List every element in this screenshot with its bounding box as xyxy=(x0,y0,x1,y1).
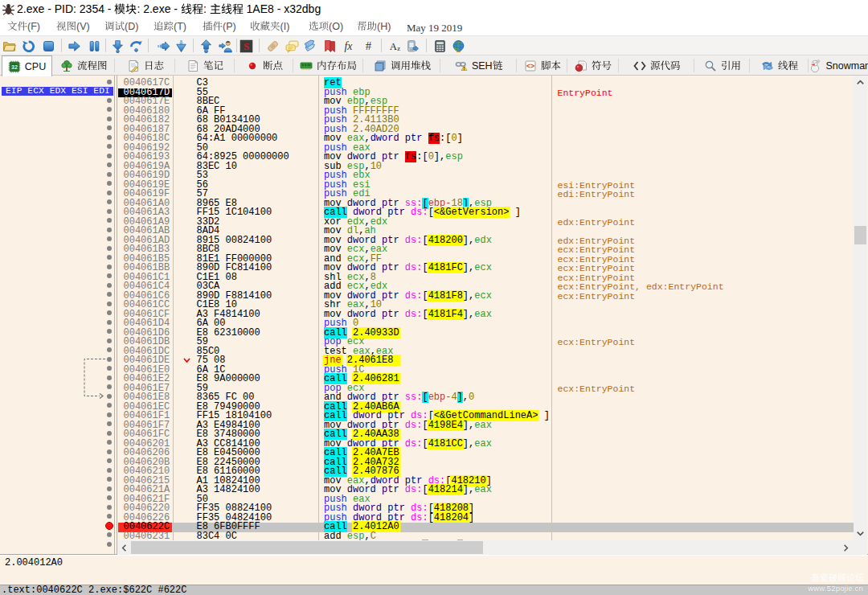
disasm-rows: 0040617CC3ret0040617D55push ebpEntryPoin… xyxy=(0,77,854,540)
symbols-icon xyxy=(575,60,588,72)
disasm-row-004061A3[interactable]: 004061A3FF15 1C104100call dword ptr ds:[… xyxy=(118,208,854,218)
disasm-row-0040617E[interactable]: 0040617E8BECmov ebp,esp xyxy=(118,97,854,107)
run-button[interactable] xyxy=(67,39,81,53)
label-icon xyxy=(304,39,317,53)
menu-item-6[interactable]: (I) xyxy=(250,21,289,32)
disasm-row-004061DC[interactable]: 004061DC85C0test eax,eax xyxy=(118,347,854,357)
disasm-row-004061E2[interactable]: 004061E2E8 9A000000call 2.406281 xyxy=(118,375,854,384)
execute-till-return-button[interactable] xyxy=(199,39,213,53)
toolbar xyxy=(0,35,868,55)
tab-笔记[interactable] xyxy=(175,56,235,76)
scylla-button[interactable] xyxy=(239,39,253,53)
horizontal-scrollbar[interactable] xyxy=(117,540,867,555)
menu-item-3[interactable]: (D) xyxy=(104,21,138,32)
tab-断点[interactable] xyxy=(235,56,293,76)
disasm-row-004061CF[interactable]: 004061CFA3 F4814100mov dword ptr ds:[418… xyxy=(118,310,854,320)
hash-button[interactable] xyxy=(361,39,375,53)
scroll-right-button[interactable] xyxy=(839,541,853,555)
scroll-up-button[interactable] xyxy=(854,76,867,89)
disasm-row-0040618C[interactable]: 0040618C64:A1 00000000mov eax,dword ptr … xyxy=(118,134,854,144)
tab-Snowman反[interactable]: Snowman xyxy=(809,56,868,76)
scroll-left-button[interactable] xyxy=(117,541,131,555)
open-button[interactable] xyxy=(2,39,16,53)
functions-button[interactable] xyxy=(341,39,355,53)
build-date: May 19 2019 xyxy=(407,22,462,35)
patches-button[interactable] xyxy=(265,39,280,53)
disasm-row-0040617D[interactable]: 0040617D55push ebpEntryPoint xyxy=(118,88,854,98)
menu-item-5[interactable]: (P) xyxy=(203,21,236,32)
scroll-down-button[interactable] xyxy=(854,527,867,540)
trace-over-button[interactable] xyxy=(174,39,188,53)
memory-icon xyxy=(300,60,313,72)
tab-日志[interactable] xyxy=(115,56,175,76)
disasm-row-0040621A[interactable]: 0040621AA3 14824100mov dword ptr ds:[418… xyxy=(118,486,854,495)
watermark-line2: www.52pojie.cn xyxy=(808,584,863,593)
disasm-row-0040619A[interactable]: 0040619A83EC 10sub esp,10 xyxy=(118,162,854,172)
bug-icon xyxy=(2,2,15,16)
disasm-row-004061C1[interactable]: 004061C1C1E1 08shl ecx,8ecx:EntryPoint xyxy=(118,273,854,283)
disasm-row-004061DE[interactable]: 004061DE75 08jne 2.4061E8 xyxy=(118,356,854,366)
restart-button[interactable] xyxy=(21,39,35,53)
disassembly-pane[interactable]: EIP ECX EDX ESI EDI 0040617CC3ret0040617… xyxy=(0,76,868,555)
comments-button[interactable] xyxy=(285,39,299,53)
tab-label xyxy=(721,60,741,72)
pause-button[interactable] xyxy=(87,39,101,53)
hscroll-thumb[interactable] xyxy=(131,541,483,554)
menu-item-8[interactable]: (H) xyxy=(357,21,391,32)
comment-cell: edx:EntryPoint xyxy=(558,218,636,228)
disasm-row-004061AD[interactable]: 004061AD8915 00824100mov dword ptr ds:[4… xyxy=(118,236,854,246)
vertical-scrollbar[interactable] xyxy=(854,76,867,540)
title-bar: 2.exe - PID: 2354 - : 2.exe - : 1AE8 - x… xyxy=(0,0,868,19)
disasm-row-0040619D[interactable]: 0040619D53push ebx xyxy=(118,171,854,181)
tab-label xyxy=(650,60,681,72)
stop-icon xyxy=(42,39,55,53)
scylla-icon xyxy=(240,39,253,53)
tab-label xyxy=(144,60,164,72)
comment-cell: ecx:EntryPoint xyxy=(558,292,636,302)
menu-item-7[interactable]: (O) xyxy=(309,21,343,32)
labels-button[interactable] xyxy=(303,39,317,53)
folder-open-icon xyxy=(2,39,16,53)
menu-item-2[interactable]: (V) xyxy=(56,21,90,32)
tab-SEH链[interactable]: SEH xyxy=(440,56,517,76)
disasm-row-004061D6[interactable]: 004061D6E8 62310000call 2.40933D xyxy=(118,329,854,339)
menu-item-4[interactable]: (T) xyxy=(154,21,186,32)
trace-into-button[interactable] xyxy=(156,39,170,53)
tab-符号[interactable] xyxy=(567,56,619,76)
window-title: 2.exe - PID: 2354 - : 2.exe - : 1AE8 - x… xyxy=(17,2,321,15)
cpu-icon xyxy=(8,60,21,73)
run-to-user-code-button[interactable] xyxy=(218,39,232,53)
column-separator-disasm-comment xyxy=(551,76,552,540)
tab-脚本[interactable] xyxy=(517,56,567,76)
breakpoint-icon xyxy=(246,60,259,72)
source-icon xyxy=(633,60,646,72)
disasm-row-004061DB[interactable]: 004061DB59pop ecxecx:EntryPoint xyxy=(118,338,854,347)
tab-bar: CPUSEHSnowman xyxy=(0,55,868,76)
tab-引用[interactable] xyxy=(694,56,750,76)
tab-CPU[interactable]: CPU xyxy=(2,55,52,76)
tab-源代码[interactable] xyxy=(619,56,694,76)
column-separator-bytes-disasm xyxy=(318,76,319,540)
tab-流程图[interactable] xyxy=(52,56,115,76)
tab-内存布局[interactable] xyxy=(293,56,363,76)
menu-item-1[interactable]: (F) xyxy=(7,21,40,32)
disasm-row-0040617C[interactable]: 0040617CC3ret xyxy=(118,79,854,88)
disasm-row-004061A9[interactable]: 004061A933D2xor edx,edxedx:EntryPoint xyxy=(118,218,854,228)
tab-调用堆栈[interactable] xyxy=(363,56,440,76)
bookmarks-button[interactable] xyxy=(322,39,337,53)
close-button[interactable] xyxy=(41,39,55,53)
disasm-row-0040619E[interactable]: 0040619E56push esiesi:EntryPoint xyxy=(118,181,854,191)
tab-线程[interactable] xyxy=(750,56,809,76)
step-into-button[interactable] xyxy=(110,39,125,53)
tab-divider xyxy=(516,59,517,72)
tab-divider xyxy=(362,59,363,72)
calculator-button[interactable] xyxy=(432,39,447,53)
toolbar-separator xyxy=(105,39,106,52)
toolbar-separator xyxy=(193,39,194,52)
tab-label: CPU xyxy=(25,61,46,72)
vscroll-thumb[interactable] xyxy=(854,226,866,244)
step-over-button[interactable] xyxy=(129,39,143,53)
handheld-button[interactable] xyxy=(404,39,419,53)
strings-button[interactable] xyxy=(387,39,402,53)
internet-button[interactable] xyxy=(451,39,465,53)
